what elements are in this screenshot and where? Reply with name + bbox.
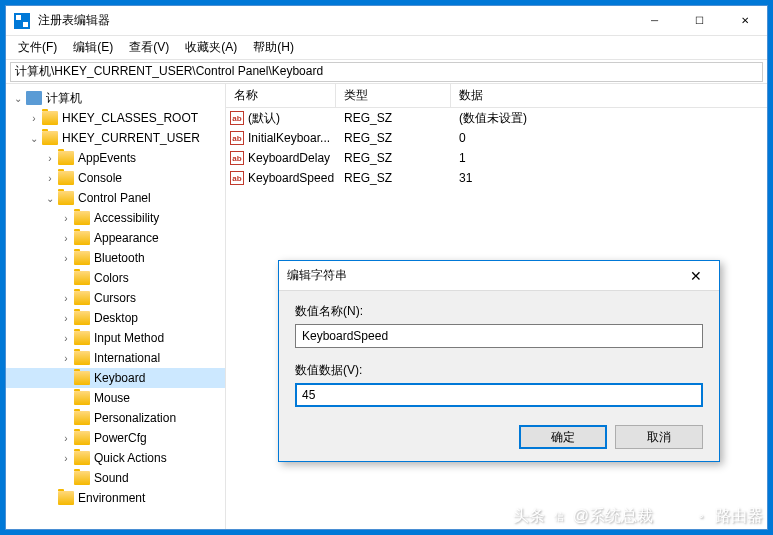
- expander-icon[interactable]: ›: [58, 233, 74, 244]
- expander-icon[interactable]: ›: [42, 173, 58, 184]
- tree-bluetooth[interactable]: ›Bluetooth: [6, 248, 225, 268]
- watermark-router: 路由器: [715, 506, 763, 527]
- folder-icon: [74, 231, 90, 245]
- menu-edit[interactable]: 编辑(E): [65, 36, 121, 59]
- tree-label: PowerCfg: [94, 431, 147, 445]
- window-title: 注册表编辑器: [38, 12, 632, 29]
- address-input[interactable]: [10, 62, 763, 82]
- expander-icon[interactable]: ›: [58, 353, 74, 364]
- tree-label: Input Method: [94, 331, 164, 345]
- menu-favorites[interactable]: 收藏夹(A): [177, 36, 245, 59]
- watermark-text: @系统总裁: [573, 506, 653, 527]
- ok-button[interactable]: 确定: [519, 425, 607, 449]
- menu-help[interactable]: 帮助(H): [245, 36, 302, 59]
- titlebar: 注册表编辑器 ─ ☐ ✕: [6, 6, 767, 36]
- folder-icon: [74, 391, 90, 405]
- value-name-text: KeyboardDelay: [248, 151, 330, 165]
- folder-icon: [74, 451, 90, 465]
- value-row[interactable]: abInitialKeyboar... REG_SZ 0: [226, 128, 767, 148]
- maximize-button[interactable]: ☐: [677, 6, 722, 36]
- computer-icon: [26, 91, 42, 105]
- folder-icon: [74, 431, 90, 445]
- tree-desktop[interactable]: ›Desktop: [6, 308, 225, 328]
- tree-appearance[interactable]: ›Appearance: [6, 228, 225, 248]
- watermark-2: 头条 信 @系统总裁: [513, 506, 653, 527]
- reg-string-icon: ab: [230, 111, 244, 125]
- tree-label: Desktop: [94, 311, 138, 325]
- tree-root[interactable]: ⌄计算机: [6, 88, 225, 108]
- tree-label: Control Panel: [78, 191, 151, 205]
- expander-icon[interactable]: ›: [58, 213, 74, 224]
- tree-hkcr[interactable]: ›HKEY_CLASSES_ROOT: [6, 108, 225, 128]
- value-name-input[interactable]: [295, 324, 703, 348]
- value-name-text: KeyboardSpeed: [248, 171, 334, 185]
- tree-label: HKEY_CURRENT_USER: [62, 131, 200, 145]
- tree-controlpanel[interactable]: ⌄Control Panel: [6, 188, 225, 208]
- value-row[interactable]: abKeyboardDelay REG_SZ 1: [226, 148, 767, 168]
- tree-cursors[interactable]: ›Cursors: [6, 288, 225, 308]
- tree-panel[interactable]: ⌄计算机 ›HKEY_CLASSES_ROOT ⌄HKEY_CURRENT_US…: [6, 84, 226, 529]
- expander-icon[interactable]: ›: [58, 453, 74, 464]
- tree-label: Personalization: [94, 411, 176, 425]
- tree-label: Environment: [78, 491, 145, 505]
- menu-view[interactable]: 查看(V): [121, 36, 177, 59]
- tree-label: Appearance: [94, 231, 159, 245]
- value-name-text: (默认): [248, 110, 280, 127]
- tree-personalization[interactable]: Personalization: [6, 408, 225, 428]
- value-data-input[interactable]: [295, 383, 703, 407]
- folder-icon: [74, 371, 90, 385]
- tree-accessibility[interactable]: ›Accessibility: [6, 208, 225, 228]
- menubar: 文件(F) 编辑(E) 查看(V) 收藏夹(A) 帮助(H): [6, 36, 767, 60]
- minimize-button[interactable]: ─: [632, 6, 677, 36]
- tree-label: Sound: [94, 471, 129, 485]
- value-data-text: 1: [451, 151, 767, 165]
- value-type-text: REG_SZ: [336, 171, 451, 185]
- watermark: ⚬ 路由器: [691, 506, 763, 527]
- tree-colors[interactable]: Colors: [6, 268, 225, 288]
- tree-environment[interactable]: Environment: [6, 488, 225, 508]
- expander-icon[interactable]: ›: [26, 113, 42, 124]
- expander-icon[interactable]: ⌄: [26, 133, 42, 144]
- watermark-icon: 信: [549, 507, 569, 527]
- expander-icon[interactable]: ⌄: [42, 193, 58, 204]
- tree-sound[interactable]: Sound: [6, 468, 225, 488]
- folder-icon: [74, 311, 90, 325]
- column-name[interactable]: 名称: [226, 84, 336, 107]
- tree-appevents[interactable]: ›AppEvents: [6, 148, 225, 168]
- value-data-text: (数值未设置): [451, 110, 767, 127]
- dialog-title: 编辑字符串: [287, 267, 681, 284]
- app-icon: [14, 13, 30, 29]
- expander-icon[interactable]: ›: [58, 333, 74, 344]
- tree-label: Colors: [94, 271, 129, 285]
- column-data[interactable]: 数据: [451, 84, 767, 107]
- value-row[interactable]: abKeyboardSpeed REG_SZ 31: [226, 168, 767, 188]
- expander-icon[interactable]: ›: [58, 253, 74, 264]
- value-data-label: 数值数据(V):: [295, 362, 703, 379]
- folder-icon: [42, 131, 58, 145]
- tree-mouse[interactable]: Mouse: [6, 388, 225, 408]
- tree-inputmethod[interactable]: ›Input Method: [6, 328, 225, 348]
- expander-icon[interactable]: ›: [58, 293, 74, 304]
- tree-console[interactable]: ›Console: [6, 168, 225, 188]
- close-button[interactable]: ✕: [722, 6, 767, 36]
- tree-keyboard[interactable]: Keyboard: [6, 368, 225, 388]
- expander-icon[interactable]: ⌄: [10, 93, 26, 104]
- folder-icon: [74, 471, 90, 485]
- tree-international[interactable]: ›International: [6, 348, 225, 368]
- value-data-text: 0: [451, 131, 767, 145]
- dialog-close-button[interactable]: ✕: [681, 268, 711, 284]
- tree-powercfg[interactable]: ›PowerCfg: [6, 428, 225, 448]
- expander-icon[interactable]: ›: [58, 313, 74, 324]
- value-name-text: InitialKeyboar...: [248, 131, 330, 145]
- value-row[interactable]: ab(默认) REG_SZ (数值未设置): [226, 108, 767, 128]
- tree-quickactions[interactable]: ›Quick Actions: [6, 448, 225, 468]
- expander-icon[interactable]: ›: [58, 433, 74, 444]
- tree-hkcu[interactable]: ⌄HKEY_CURRENT_USER: [6, 128, 225, 148]
- value-type-text: REG_SZ: [336, 111, 451, 125]
- folder-icon: [74, 351, 90, 365]
- cancel-button[interactable]: 取消: [615, 425, 703, 449]
- tree-label: Keyboard: [94, 371, 145, 385]
- expander-icon[interactable]: ›: [42, 153, 58, 164]
- column-type[interactable]: 类型: [336, 84, 451, 107]
- menu-file[interactable]: 文件(F): [10, 36, 65, 59]
